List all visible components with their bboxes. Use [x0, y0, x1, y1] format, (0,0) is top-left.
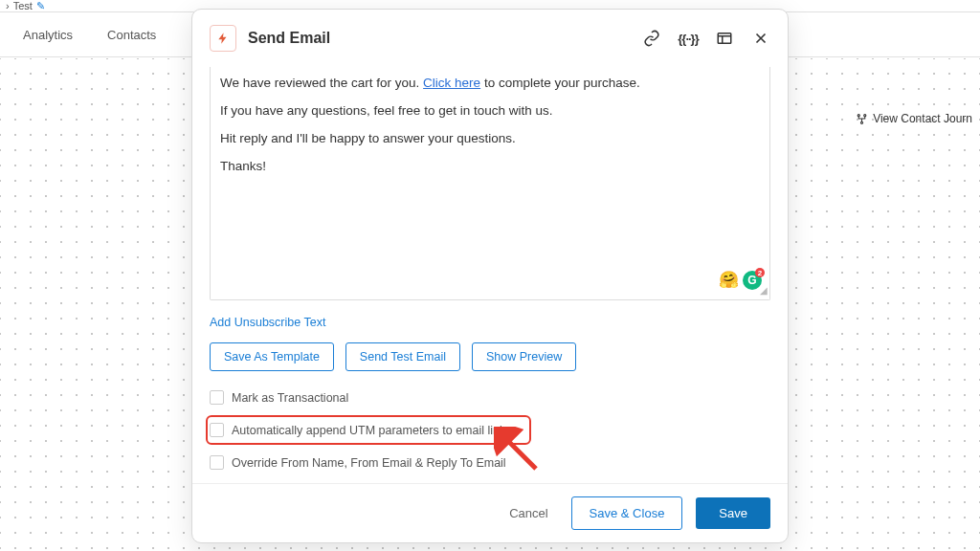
utm-row[interactable]: Automatically append UTM parameters to e… — [210, 421, 523, 439]
editor-line: If you have any questions, feel free to … — [220, 102, 760, 121]
variables-icon[interactable]: {{··}} — [679, 29, 698, 48]
send-test-email-button[interactable]: Send Test Email — [345, 342, 460, 371]
editor-line: Thanks! — [220, 158, 760, 176]
close-icon[interactable] — [751, 29, 770, 48]
resize-handle-icon[interactable]: ◢ — [758, 288, 768, 298]
emoji-hug-icon[interactable]: 🤗 — [719, 269, 739, 292]
link-icon[interactable] — [642, 29, 661, 48]
override-from-checkbox[interactable] — [210, 455, 224, 470]
modal-footer: Cancel Save & Close Save — [192, 483, 788, 542]
svg-point-2 — [861, 121, 863, 123]
edit-icon[interactable]: ✎ — [36, 0, 45, 12]
modal-header: Send Email {{··}} — [192, 10, 788, 67]
tab-contacts[interactable]: Contacts — [107, 28, 156, 42]
bolt-icon — [210, 25, 236, 52]
tab-analytics[interactable]: Analytics — [23, 28, 73, 42]
cancel-button[interactable]: Cancel — [500, 498, 557, 528]
add-unsubscribe-link[interactable]: Add Unsubscribe Text — [210, 316, 770, 329]
editor-badges: 🤗 G 2 — [719, 269, 762, 292]
utm-highlight-annotation: Automatically append UTM parameters to e… — [206, 415, 531, 445]
save-button[interactable]: Save — [696, 497, 770, 529]
breadcrumb-title[interactable]: Test — [13, 0, 33, 11]
layout-icon[interactable] — [715, 29, 734, 48]
svg-rect-3 — [718, 33, 731, 44]
view-contact-journey-button[interactable]: View Contact Journ — [856, 112, 972, 125]
save-template-button[interactable]: Save As Template — [210, 342, 334, 371]
modal-title: Send Email — [248, 30, 631, 47]
send-email-modal: Send Email {{··}} We have reviewed the c… — [191, 9, 789, 543]
save-close-button[interactable]: Save & Close — [571, 496, 683, 530]
modal-body: We have reviewed the cart for you. Click… — [192, 67, 788, 483]
svg-point-0 — [858, 114, 859, 116]
email-body-editor[interactable]: We have reviewed the cart for you. Click… — [210, 67, 770, 300]
override-from-row[interactable]: Override From Name, From Email & Reply T… — [210, 453, 770, 472]
mark-transactional-checkbox[interactable] — [210, 390, 224, 405]
click-here-link[interactable]: Click here — [423, 76, 480, 90]
svg-point-1 — [864, 114, 866, 116]
editor-line: Hit reply and I'll be happy to answer yo… — [220, 130, 760, 148]
action-buttons-row: Save As Template Send Test Email Show Pr… — [210, 342, 770, 371]
options-checkboxes: Mark as Transactional Automatically appe… — [210, 388, 770, 472]
utm-checkbox[interactable] — [210, 423, 224, 437]
mark-transactional-row[interactable]: Mark as Transactional — [210, 388, 770, 407]
show-preview-button[interactable]: Show Preview — [472, 342, 576, 371]
chevron-right-icon: › — [6, 0, 10, 11]
